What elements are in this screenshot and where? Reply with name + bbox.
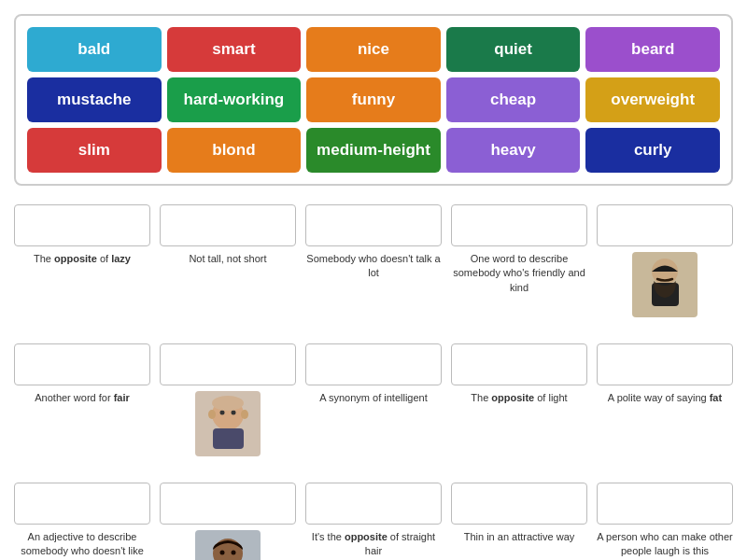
tile-mustache[interactable]: mustache <box>27 77 162 122</box>
exercise-cell: A person who can make other people laugh… <box>597 483 733 559</box>
tile-blond[interactable]: blond <box>167 128 302 173</box>
clue-text: The opposite of light <box>471 391 567 405</box>
tile-nice[interactable]: nice <box>306 27 441 72</box>
answer-box[interactable] <box>305 343 442 385</box>
svg-point-11 <box>219 550 224 554</box>
tile-smart[interactable]: smart <box>167 27 302 72</box>
svg-point-8 <box>212 396 244 411</box>
exercise-cell: It's the opposite of straight hair <box>305 483 442 559</box>
answer-box[interactable] <box>14 343 150 385</box>
answer-box[interactable] <box>160 483 296 525</box>
exercise-cell: One word to describe somebody who's frie… <box>451 204 587 295</box>
exercise-cell: A synonym of intelligent <box>305 343 442 405</box>
svg-rect-3 <box>213 428 244 449</box>
tile-medium-height[interactable]: medium-height <box>306 128 441 173</box>
svg-point-6 <box>219 410 224 414</box>
svg-point-4 <box>208 410 216 419</box>
person-image-beard-man <box>632 252 698 317</box>
exercise-cell: Not tall, not short <box>160 204 296 266</box>
tile-cheap[interactable]: cheap <box>446 77 581 122</box>
exercise-cell: A polite way of saying fat <box>597 343 733 405</box>
exercise-cell: The opposite of lazy <box>14 204 150 266</box>
person-image-bald-man <box>195 391 261 456</box>
exercise-cell <box>597 204 733 317</box>
answer-box[interactable] <box>451 483 587 525</box>
tile-heavy[interactable]: heavy <box>446 128 581 173</box>
tile-slim[interactable]: slim <box>27 128 162 173</box>
exercise-cell: Another word for fair <box>14 343 150 405</box>
tile-bald[interactable]: bald <box>27 27 162 72</box>
answer-box[interactable] <box>597 343 733 385</box>
answer-box[interactable] <box>451 343 587 385</box>
answer-box[interactable] <box>451 204 587 246</box>
clue-text: A person who can make other people laugh… <box>597 530 733 559</box>
exercise-cell: Somebody who doesn't talk a lot <box>305 204 442 281</box>
answer-box[interactable] <box>14 204 150 246</box>
person-image-dark-man <box>195 530 261 560</box>
answer-box[interactable] <box>305 483 442 525</box>
clue-text: One word to describe somebody who's frie… <box>451 252 587 295</box>
tile-overweight[interactable]: overweight <box>585 77 720 122</box>
svg-point-5 <box>241 410 248 419</box>
clue-text: Thin in an attractive way <box>464 530 575 544</box>
tile-curly[interactable]: curly <box>585 128 720 173</box>
answer-box[interactable] <box>14 483 150 525</box>
exercise-cell <box>160 483 296 560</box>
tile-hard-working[interactable]: hard-working <box>167 77 302 122</box>
clue-text: The opposite of lazy <box>34 252 131 266</box>
clue-text: Another word for fair <box>35 391 130 405</box>
answer-box[interactable] <box>160 343 296 385</box>
answer-box[interactable] <box>160 204 296 246</box>
tiles-grid: baldsmartnicequietbeardmustachehard-work… <box>14 14 733 186</box>
exercise-row-1: The opposite of lazyNot tall, not shortS… <box>14 204 733 317</box>
main-container: baldsmartnicequietbeardmustachehard-work… <box>0 0 747 560</box>
answer-box[interactable] <box>305 204 442 246</box>
exercise-cell: An adjective to describe somebody who do… <box>14 483 150 560</box>
clue-text: It's the opposite of straight hair <box>305 530 442 559</box>
svg-point-7 <box>231 410 235 414</box>
answer-box[interactable] <box>597 204 733 246</box>
exercise-cell <box>160 343 296 456</box>
tile-quiet[interactable]: quiet <box>446 27 581 72</box>
clue-text: Somebody who doesn't talk a lot <box>305 252 442 281</box>
answer-box[interactable] <box>597 483 733 525</box>
exercise-section: The opposite of lazyNot tall, not shortS… <box>14 204 733 560</box>
tile-beard[interactable]: beard <box>585 27 720 72</box>
exercise-row-3: An adjective to describe somebody who do… <box>14 483 733 560</box>
clue-text: A polite way of saying fat <box>608 391 722 405</box>
exercise-cell: The opposite of light <box>451 343 587 405</box>
tile-funny[interactable]: funny <box>306 77 441 122</box>
clue-text: An adjective to describe somebody who do… <box>14 530 150 560</box>
exercise-cell: Thin in an attractive way <box>451 483 587 544</box>
clue-text: Not tall, not short <box>189 252 266 266</box>
exercise-row-2: Another word for fair A synonym of intel… <box>14 343 733 456</box>
svg-point-12 <box>231 550 235 554</box>
clue-text: A synonym of intelligent <box>319 391 428 405</box>
